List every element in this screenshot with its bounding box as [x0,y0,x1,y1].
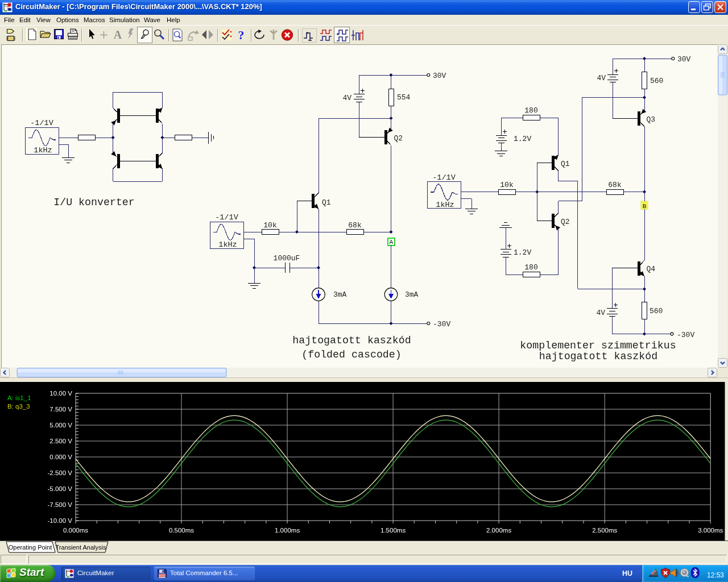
svg-text:-2.500 V: -2.500 V [48,469,73,476]
svg-text:1000uF: 1000uF [274,254,300,263]
svg-text:?: ? [238,28,245,42]
svg-text:554: 554 [397,93,411,102]
svg-text:Q2: Q2 [561,218,570,226]
svg-text:180: 180 [524,106,537,115]
svg-text:-30V: -30V [433,320,450,329]
svg-text:Q4: Q4 [647,265,656,273]
svg-text:komplementer szimmetrikus: komplementer szimmetrikus [520,340,676,351]
svg-text:0.000 V: 0.000 V [49,454,72,460]
svg-text:1.2V: 1.2V [514,135,531,143]
svg-text:560: 560 [650,77,663,85]
svg-text:560: 560 [650,307,663,315]
svg-text:30V: 30V [677,55,691,64]
svg-text:Q1: Q1 [322,198,331,207]
svg-text:4V: 4V [596,309,605,317]
svg-text:-1/1V: -1/1V [30,119,53,127]
svg-text:-5.000 V: -5.000 V [48,485,73,492]
svg-text:10.00 V: 10.00 V [49,390,72,397]
svg-text:hajtogatott kaszkód: hajtogatott kaszkód [292,335,411,346]
svg-text:0.500ms: 0.500ms [169,527,194,534]
svg-text:1kHz: 1kHz [436,201,454,209]
svg-text:3mA: 3mA [405,290,419,299]
svg-text:-1/1V: -1/1V [215,213,238,222]
svg-text:2.500ms: 2.500ms [592,527,617,534]
svg-text:10k: 10k [263,221,277,230]
svg-text:1kHz: 1kHz [218,240,237,249]
svg-text:3mA: 3mA [333,290,347,299]
svg-text:0.000ms: 0.000ms [63,527,88,534]
svg-text:-10.00 V: -10.00 V [48,517,73,524]
svg-text:Operating Point: Operating Point [9,544,52,551]
svg-text:180: 180 [524,263,537,272]
svg-text:I/U konverter: I/U konverter [53,197,135,208]
svg-text:-7.500 V: -7.500 V [48,501,73,508]
svg-text:A: A [389,239,393,246]
svg-text:-30V: -30V [677,331,694,339]
svg-text:2.500 V: 2.500 V [49,438,72,444]
svg-text:1.000ms: 1.000ms [275,527,300,534]
svg-text:-1/1V: -1/1V [432,173,456,182]
svg-text:Q3: Q3 [647,115,656,124]
svg-text:A: A [114,28,122,41]
svg-text:Q1: Q1 [561,160,570,168]
svg-text:(folded cascode): (folded cascode) [301,349,402,360]
svg-text:B: B [643,203,647,210]
svg-text:3.000ms: 3.000ms [698,527,723,534]
svg-text:1.2V: 1.2V [514,248,531,257]
svg-text:B: q3_3: B: q3_3 [7,403,30,410]
svg-text:4V: 4V [342,94,351,102]
svg-text:10k: 10k [500,181,514,189]
svg-text:hajtogatott kaszkód: hajtogatott kaszkód [539,351,657,362]
svg-text:A: is1_1: A: is1_1 [7,394,31,401]
svg-text:Q2: Q2 [394,134,403,143]
svg-text:2.000ms: 2.000ms [486,527,511,534]
svg-text:7.500 V: 7.500 V [49,406,72,413]
svg-text:5.000 V: 5.000 V [49,422,72,429]
svg-text:Transient Analysis: Transient Analysis [56,544,106,551]
svg-text:1kHz: 1kHz [34,146,52,155]
svg-text:68k: 68k [608,181,622,189]
svg-text:1.500ms: 1.500ms [380,527,406,534]
svg-text:68k: 68k [348,221,362,230]
svg-text:30V: 30V [433,72,446,80]
svg-text:4V: 4V [597,74,606,82]
